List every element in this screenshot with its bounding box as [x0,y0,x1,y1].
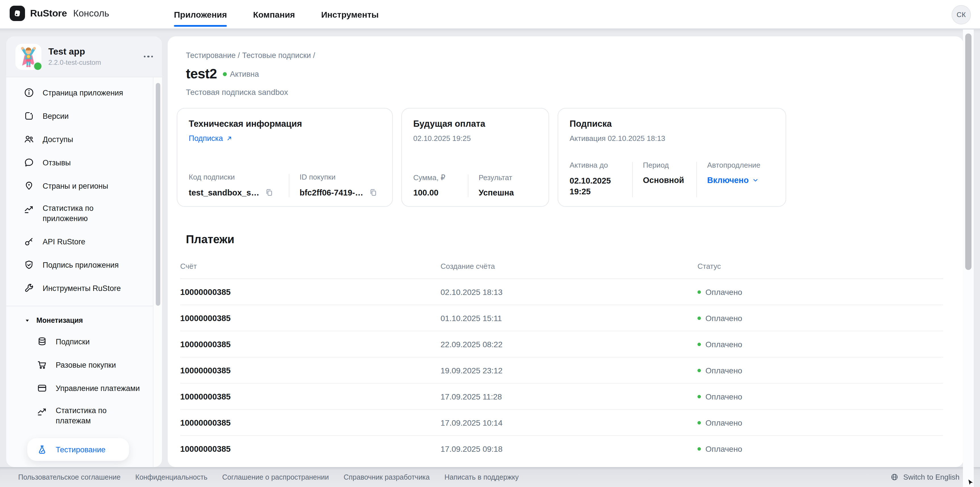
autorenew-toggle[interactable]: Включено [707,176,760,185]
sidebar-item-icon [37,444,48,455]
page-scrollbar-thumb[interactable] [965,33,972,270]
app-header: Test app 2.2.0-test-custom [6,36,162,77]
globe-icon [890,473,899,481]
app-status-dot [33,61,43,71]
sidebar-item[interactable]: Тестирование [27,438,129,461]
sidebar-item[interactable]: Подпись приложения [6,259,153,271]
sidebar-item-icon [37,336,48,347]
sidebar-item[interactable]: Статистика по платежам [6,406,153,426]
active-until-value: 02.10.2025 19:25 [570,176,617,197]
card-subtitle: 02.10.2025 19:25 [413,134,537,143]
sidebar-item-icon [37,406,48,417]
footer-link[interactable]: Пользовательское соглашение [18,473,121,481]
payments-table: Счёт Создание счёта Статус 10000000385 0… [180,259,943,462]
footer-link[interactable]: Конфиденциальность [135,473,207,481]
table-row[interactable]: 10000000385 17.09.2025 10:14 Оплачено [180,410,943,436]
sidebar-item[interactable]: Инструменты RuStore [6,282,153,294]
status-cell: Оплачено [697,418,943,427]
sidebar-item-icon [23,133,35,145]
table-header: Счёт Создание счёта Статус [180,259,943,279]
footer-link[interactable]: Справочник разработчика [344,473,430,481]
amount-value: 100.00 [413,188,439,197]
footer-links: Пользовательское соглашение Конфиденциал… [18,473,519,481]
column-header-status: Статус [697,262,943,271]
purchase-id-value: bfc2ff06-7419-… [299,188,363,197]
triangle-down-icon [24,318,30,324]
sidebar-item-icon [23,203,35,215]
footer: Пользовательское соглашение Конфиденциал… [0,467,980,487]
footer-link[interactable]: Написать в поддержку [444,473,519,481]
brand-product: Консоль [73,8,109,19]
page-scrollbar-track[interactable] [963,30,974,487]
table-body: 10000000385 02.10.2025 18:13 Оплачено 10… [180,279,943,462]
status-badge: Активна [223,70,259,78]
sidebar-item[interactable]: Разовые покупки [6,359,153,371]
nav-tab[interactable]: Компания [253,0,295,29]
breadcrumb-link[interactable]: Тестовые подписки [242,51,311,60]
page-title: test2 [186,66,217,82]
app-more-button[interactable] [142,52,154,61]
account-cell: 10000000385 [180,392,441,401]
footer-link[interactable]: Соглашение о распространении [222,473,329,481]
app-icon [15,43,41,70]
table-row[interactable]: 10000000385 17.09.2025 09:18 Оплачено [180,436,943,462]
status-dot [697,316,701,320]
sidebar-item-icon [23,282,35,294]
sidebar-item-icon [37,382,48,394]
status-cell: Оплачено [697,339,943,349]
field-label: Сумма, ₽ [413,173,458,182]
arrow-up-right-icon [226,135,233,142]
brand[interactable]: RuStore Консоль [10,6,109,21]
card-title: Техническая информация [189,119,381,129]
status-dot [223,72,226,76]
future-payment-card: Будущая оплата 02.10.2025 19:25 Сумма, ₽… [401,108,549,207]
created-cell: 01.10.2025 15:11 [441,313,697,322]
table-row[interactable]: 10000000385 01.10.2025 15:11 Оплачено [180,305,943,331]
user-avatar[interactable]: СК [951,5,971,24]
main-nav: Приложения Компания Инструменты [174,0,379,29]
menu-divider [6,306,153,306]
created-cell: 17.09.2025 09:18 [441,444,697,453]
sidebar-item[interactable]: API RuStore [6,236,153,247]
copy-icon[interactable] [368,187,378,197]
copy-icon[interactable] [264,187,274,197]
nav-tab[interactable]: Приложения [174,0,227,29]
sidebar-item[interactable]: Управление платежами [6,382,153,394]
language-switch[interactable]: Switch to English [890,473,959,481]
created-cell: 19.09.2025 23:12 [441,366,697,375]
table-row[interactable]: 10000000385 22.09.2025 08:22 Оплачено [180,331,943,357]
page-subtitle: Тестовая подписка sandbox [186,87,943,97]
field-label: Код подписки [189,173,278,181]
status-dot [697,395,701,398]
sidebar-item[interactable]: Страница приложения [6,87,153,98]
status-cell: Оплачено [697,313,943,322]
breadcrumb: Тестирование / Тестовые подписки / [186,51,943,60]
sidebar-item[interactable]: Подписки [6,336,153,347]
field-divider [632,162,633,197]
sidebar-item[interactable]: Страны и регионы [6,180,153,192]
account-cell: 10000000385 [180,366,441,375]
column-header-created: Создание счёта [441,262,697,271]
breadcrumb-link[interactable]: Тестирование [186,51,235,60]
result-value: Успешна [479,188,514,197]
sidebar-scrollbar-thumb[interactable] [156,83,160,306]
table-row[interactable]: 10000000385 17.09.2025 11:28 Оплачено [180,384,943,410]
status-cell: Оплачено [697,287,943,297]
sidebar-item-icon [23,110,35,122]
header-shadow [0,29,980,33]
sidebar-item[interactable]: Статистика по приложению [6,203,153,224]
sidebar-item[interactable]: Отзывы [6,157,153,168]
subscription-link[interactable]: Подписка [189,134,233,143]
nav-tab[interactable]: Инструменты [321,0,379,29]
sidebar-item[interactable]: Доступы [6,133,153,145]
created-cell: 17.09.2025 10:14 [441,418,697,427]
field-label: Автопродление [707,161,760,169]
info-cards: Техническая информация Подписка Код подп… [177,108,943,207]
field-label: Активна до [570,161,622,169]
sidebar-item[interactable]: Версии [6,110,153,122]
sidebar-item-icon [23,236,35,247]
table-row[interactable]: 10000000385 19.09.2025 23:12 Оплачено [180,357,943,384]
table-row[interactable]: 10000000385 02.10.2025 18:13 Оплачено [180,279,943,305]
sidebar-item-icon [23,157,35,168]
monetization-section-toggle[interactable]: Монетизация [6,317,153,325]
